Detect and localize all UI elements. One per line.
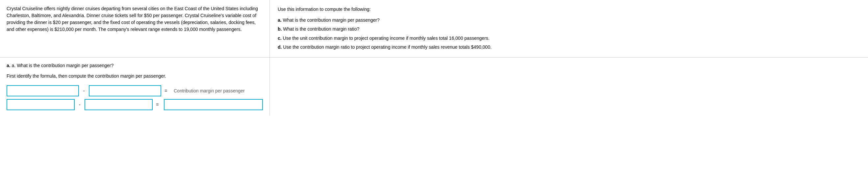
question-a-title: a. a. What is the contribution margin pe… bbox=[7, 63, 263, 68]
minus-operator-2: - bbox=[78, 102, 81, 107]
minus-operator-1: - bbox=[82, 88, 86, 93]
formula-row1-input2[interactable] bbox=[89, 85, 161, 96]
item-label: a. bbox=[278, 18, 283, 23]
left-panel: Crystal Cruiseline offers nightly dinner… bbox=[0, 0, 270, 57]
list-item: c. Use the unit contribution margin to p… bbox=[278, 34, 860, 42]
equals-sign-2: = bbox=[156, 102, 161, 107]
list-item: a. What is the contribution margin per p… bbox=[278, 16, 860, 24]
formula-row2-result-input[interactable] bbox=[164, 99, 263, 110]
bottom-section: a. a. What is the contribution margin pe… bbox=[0, 58, 868, 115]
item-text: What is the contribution margin per pass… bbox=[283, 18, 380, 23]
item-label: b. bbox=[278, 26, 283, 32]
item-label: d. bbox=[278, 45, 283, 50]
formula-row1-input1[interactable] bbox=[7, 85, 79, 96]
instruction-text: First identify the formula, then compute… bbox=[7, 74, 263, 79]
list-item: d. Use the contribution margin ratio to … bbox=[278, 43, 860, 51]
formula-row2-input1[interactable] bbox=[7, 99, 75, 110]
formula-section: - = Contribution margin per passenger - … bbox=[7, 85, 263, 110]
scenario-text: Crystal Cruiseline offers nightly dinner… bbox=[7, 5, 263, 33]
item-text: What is the contribution margin ratio? bbox=[283, 26, 359, 32]
item-text: Use the unit contribution margin to proj… bbox=[283, 35, 490, 41]
result-label: Contribution margin per passenger bbox=[174, 88, 245, 93]
item-text: Use the contribution margin ratio to pro… bbox=[283, 45, 491, 50]
right-panel: Use this information to compute the foll… bbox=[270, 0, 868, 57]
equals-sign-1: = bbox=[164, 88, 169, 93]
formula-row-1: - = Contribution margin per passenger bbox=[7, 85, 263, 96]
item-label: c. bbox=[278, 35, 283, 41]
bottom-left-panel: a. a. What is the contribution margin pe… bbox=[0, 58, 270, 115]
right-panel-intro: Use this information to compute the foll… bbox=[278, 5, 860, 13]
list-item: b. What is the contribution margin ratio… bbox=[278, 25, 860, 33]
bottom-right-panel bbox=[270, 58, 868, 115]
formula-row2-input2[interactable] bbox=[85, 99, 153, 110]
questions-list: a. What is the contribution margin per p… bbox=[278, 16, 860, 51]
formula-row-2: - = bbox=[7, 99, 263, 110]
